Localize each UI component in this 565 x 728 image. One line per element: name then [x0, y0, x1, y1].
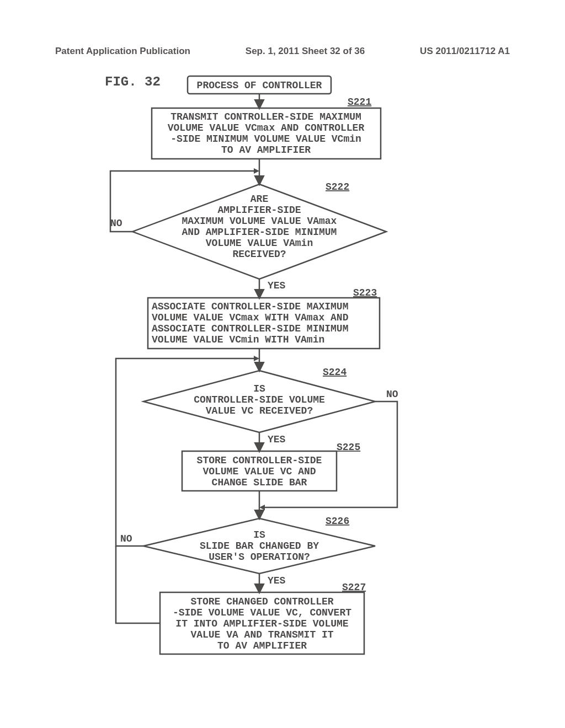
- svg-text:VOLUME VALUE VC AND: VOLUME VALUE VC AND: [202, 466, 316, 477]
- node-start: PROCESS OF CONTROLLER: [188, 76, 331, 94]
- svg-text:USER'S OPERATION?: USER'S OPERATION?: [209, 552, 310, 563]
- svg-text:VALUE VA AND TRANSMIT IT: VALUE VA AND TRANSMIT IT: [190, 629, 333, 640]
- branch-s226-yes: YES: [268, 575, 286, 586]
- svg-text:IS: IS: [253, 529, 265, 540]
- step-label-s227: S227: [342, 582, 366, 593]
- svg-text:MAXIMUM VOLUME VALUE VAmax: MAXIMUM VOLUME VALUE VAmax: [182, 216, 337, 227]
- svg-text:CONTROLLER-SIDE VOLUME: CONTROLLER-SIDE VOLUME: [194, 394, 325, 405]
- branch-s226-no: NO: [120, 533, 132, 544]
- svg-text:RECEIVED?: RECEIVED?: [232, 249, 286, 260]
- node-s223: ASSOCIATE CONTROLLER-SIDE MAXIMUM VOLUME…: [148, 298, 380, 349]
- svg-text:ARE: ARE: [250, 194, 269, 205]
- svg-text:VALUE VC RECEIVED?: VALUE VC RECEIVED?: [206, 405, 313, 416]
- svg-text:-SIDE VOLUME VALUE VC, CONVERT: -SIDE VOLUME VALUE VC, CONVERT: [173, 607, 351, 618]
- svg-text:STORE CHANGED CONTROLLER: STORE CHANGED CONTROLLER: [190, 596, 333, 607]
- svg-text:SLIDE BAR CHANGED BY: SLIDE BAR CHANGED BY: [200, 540, 319, 552]
- svg-text:-SIDE MINIMUM VOLUME VALUE VCm: -SIDE MINIMUM VOLUME VALUE VCmin: [170, 133, 361, 144]
- header-left: Patent Application Publication: [55, 46, 190, 57]
- svg-text:ASSOCIATE CONTROLLER-SIDE MINI: ASSOCIATE CONTROLLER-SIDE MINIMUM: [152, 323, 348, 334]
- svg-text:S224: S224: [323, 367, 347, 378]
- step-label-s221: S221: [348, 97, 371, 108]
- svg-text:TO AV AMPLIFIER: TO AV AMPLIFIER: [221, 144, 311, 156]
- branch-s222-yes: YES: [268, 280, 286, 291]
- svg-text:S226: S226: [326, 516, 349, 527]
- svg-text:CHANGE SLIDE BAR: CHANGE SLIDE BAR: [212, 477, 307, 488]
- header-right: US 2011/0211712 A1: [420, 46, 510, 57]
- svg-text:IT INTO AMPLIFIER-SIDE VOLUME: IT INTO AMPLIFIER-SIDE VOLUME: [175, 618, 348, 629]
- svg-text:STORE CONTROLLER-SIDE: STORE CONTROLLER-SIDE: [197, 455, 322, 466]
- node-s222: S222 ARE AMPLIFIER-SIDE MAXIMUM VOLUME V…: [132, 181, 386, 279]
- svg-text:VOLUME VALUE VAmin: VOLUME VALUE VAmin: [206, 238, 313, 249]
- svg-marker-31: [259, 505, 265, 510]
- flowchart: PROCESS OF CONTROLLER S221 TRANSMIT CONT…: [0, 66, 565, 728]
- svg-text:PROCESS OF CONTROLLER: PROCESS OF CONTROLLER: [197, 80, 322, 91]
- svg-text:AMPLIFIER-SIDE: AMPLIFIER-SIDE: [217, 205, 301, 216]
- branch-s224-yes: YES: [268, 434, 286, 445]
- svg-text:S222: S222: [326, 181, 349, 192]
- header-center: Sep. 1, 2011 Sheet 32 of 36: [246, 46, 365, 57]
- svg-text:IS: IS: [253, 383, 265, 394]
- svg-marker-42: [254, 356, 259, 361]
- branch-s224-no: NO: [386, 389, 398, 400]
- svg-text:TO AV AMPLIFIER: TO AV AMPLIFIER: [217, 640, 307, 651]
- step-label-s225: S225: [337, 442, 360, 453]
- node-s225: STORE CONTROLLER-SIDE VOLUME VALUE VC AN…: [182, 451, 337, 491]
- svg-text:VOLUME VALUE VCmax WITH VAmax : VOLUME VALUE VCmax WITH VAmax AND: [152, 312, 349, 323]
- svg-text:AND AMPLIFIER-SIDE MINIMUM: AND AMPLIFIER-SIDE MINIMUM: [182, 227, 337, 238]
- page-header: Patent Application Publication Sep. 1, 2…: [55, 46, 510, 57]
- svg-text:VOLUME VALUE VCmax AND CONTROL: VOLUME VALUE VCmax AND CONTROLLER: [168, 122, 365, 133]
- node-s221: TRANSMIT CONTROLLER-SIDE MAXIMUM VOLUME …: [152, 108, 381, 159]
- node-s227: STORE CHANGED CONTROLLER -SIDE VOLUME VA…: [160, 592, 364, 654]
- svg-text:TRANSMIT CONTROLLER-SIDE MAXIM: TRANSMIT CONTROLLER-SIDE MAXIMUM: [170, 111, 361, 122]
- branch-s222-no: NO: [110, 218, 122, 229]
- svg-text:ASSOCIATE CONTROLLER-SIDE MAXI: ASSOCIATE CONTROLLER-SIDE MAXIMUM: [152, 301, 348, 312]
- node-s226: S226 IS SLIDE BAR CHANGED BY USER'S OPER…: [143, 516, 375, 574]
- svg-text:VOLUME VALUE VCmin WITH VAmin: VOLUME VALUE VCmin WITH VAmin: [152, 334, 324, 345]
- node-s224: S224 IS CONTROLLER-SIDE VOLUME VALUE VC …: [143, 367, 375, 432]
- svg-marker-17: [254, 168, 259, 174]
- step-label-s223: S223: [353, 287, 377, 298]
